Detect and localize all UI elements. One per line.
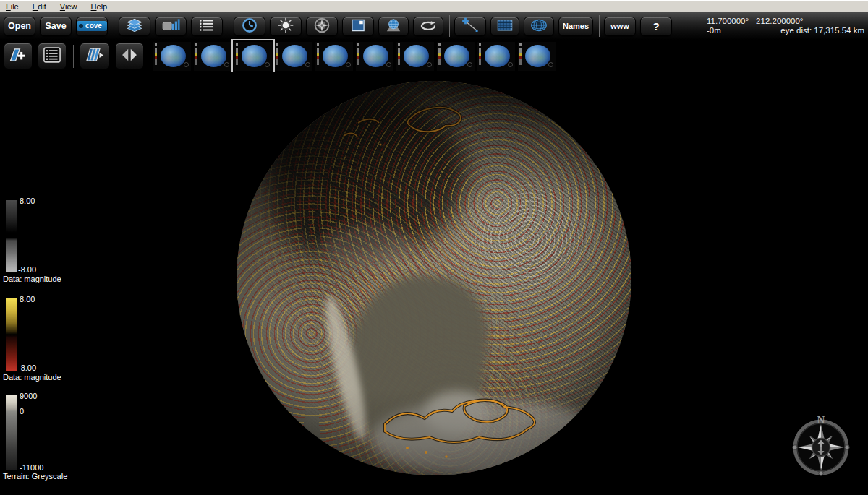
toolbar-separator <box>599 15 600 37</box>
toolbar-separator <box>73 45 74 68</box>
thumb-mini-globe <box>161 45 186 67</box>
view-thumbnail-8[interactable] <box>437 42 475 71</box>
view-thumbnail-6[interactable] <box>356 42 393 71</box>
thumb-mini-globe <box>404 45 429 67</box>
save-button[interactable]: Save <box>40 17 72 36</box>
thumb-mini-legend <box>276 48 278 65</box>
rotate-icon <box>419 16 438 37</box>
www-button[interactable]: www <box>604 17 636 36</box>
view-list-icon <box>42 45 62 67</box>
play-views-button[interactable] <box>80 43 110 69</box>
layers-icon <box>125 16 144 37</box>
legend-max-value: 9000 <box>20 392 37 400</box>
sun-button[interactable] <box>270 17 302 36</box>
globe-view[interactable] <box>237 81 631 475</box>
menu-bar: File Edit View Help <box>0 0 868 12</box>
play-views-icon <box>85 45 105 67</box>
thumb-index-mark <box>195 43 197 46</box>
legend-caption: Data: magnitude <box>3 373 61 382</box>
legend-caption: Data: magnitude <box>3 275 61 283</box>
thumb-mini-compass <box>265 62 270 67</box>
thumb-mini-compass <box>224 62 229 67</box>
thumb-index-mark <box>479 43 481 46</box>
add-view-icon <box>8 45 28 67</box>
thumb-index-mark <box>276 43 278 46</box>
toolbar-separator <box>114 15 114 37</box>
thumb-mini-compass <box>427 62 432 67</box>
menu-help[interactable]: Help <box>85 1 114 12</box>
compass-rose-button[interactable] <box>306 17 338 36</box>
thumb-mini-legend <box>479 48 481 65</box>
rotate-view-button[interactable] <box>413 17 443 36</box>
sun-icon <box>276 16 295 37</box>
projection-button[interactable] <box>378 17 409 36</box>
names-button[interactable]: Names <box>558 17 593 36</box>
cove-button[interactable]: cove <box>76 17 108 36</box>
help-button[interactable]: ? <box>640 17 672 36</box>
thumb-mini-legend <box>357 48 359 65</box>
step-back-forward-icon <box>119 45 140 67</box>
menu-file[interactable]: File <box>0 1 25 12</box>
thumb-mini-compass <box>467 62 472 67</box>
status-readout: 11.700000° 212.200000° -0m eye dist: 17,… <box>707 17 864 35</box>
thumb-mini-compass <box>508 62 513 67</box>
thumb-mini-globe <box>363 45 388 67</box>
thumb-index-mark <box>155 43 157 46</box>
thumb-index-mark <box>398 43 400 46</box>
view-thumbnail-10[interactable] <box>518 42 556 71</box>
compass-rose[interactable]: N <box>788 411 854 478</box>
longitude-value: 212.200000° <box>756 17 803 26</box>
thumb-mini-globe <box>485 45 510 67</box>
thumb-mini-legend <box>438 48 441 65</box>
legend-caption: Terrain: Greyscale <box>3 472 67 481</box>
main-toolbar: Open Save cove <box>0 12 868 40</box>
thumb-index-mark <box>317 43 319 46</box>
thumb-mini-globe <box>242 45 267 67</box>
grid-button[interactable] <box>490 17 519 36</box>
cove-dot-icon <box>79 24 83 28</box>
altitude-value: -0m <box>707 26 721 35</box>
cove-pill: cove <box>77 21 107 31</box>
thumb-index-mark <box>438 43 441 46</box>
view-thumbnail-5[interactable] <box>315 42 353 71</box>
thumb-index-mark <box>236 43 238 46</box>
legend-min-value: -8.00 <box>18 363 36 372</box>
menu-view[interactable]: View <box>54 1 83 12</box>
layers-button[interactable] <box>119 17 150 36</box>
view-thumbnails <box>153 42 558 71</box>
thumb-mini-compass <box>386 62 391 67</box>
legend-wave-color: 8.00 -8.00 Data: magnitude <box>6 298 17 371</box>
time-button[interactable] <box>234 17 265 36</box>
clock-icon <box>240 16 259 37</box>
pip-window-button[interactable] <box>342 17 374 36</box>
step-views-button[interactable] <box>115 43 144 69</box>
view-thumbnail-1[interactable] <box>153 42 191 71</box>
globe-projection-icon <box>384 16 403 37</box>
views-movie-icon <box>161 16 180 37</box>
thumb-mini-legend <box>195 48 197 65</box>
view-thumbnail-3-selected[interactable] <box>234 42 272 71</box>
thumb-mini-compass <box>346 62 351 67</box>
legend-colorbar <box>6 395 17 470</box>
toolbar-separator <box>449 15 450 37</box>
graticule-button[interactable] <box>524 17 554 36</box>
menu-edit[interactable]: Edit <box>27 1 52 12</box>
view-thumbnail-2[interactable] <box>194 42 231 71</box>
measure-button[interactable] <box>454 17 486 36</box>
open-button[interactable]: Open <box>4 17 35 36</box>
layer-list-button[interactable] <box>191 17 223 36</box>
grid-icon <box>495 16 514 37</box>
view-thumbnail-9[interactable] <box>477 42 515 71</box>
legend-terrain: 9000 0 -11000 Terrain: Greyscale <box>6 395 17 470</box>
thumb-mini-legend <box>519 48 522 65</box>
view-thumbnail-7[interactable] <box>396 42 434 71</box>
toolbar-separator <box>229 15 229 37</box>
view-list-button[interactable] <box>38 43 67 69</box>
legend-wave-greyscale: 8.00 -8.00 Data: magnitude <box>6 200 17 272</box>
thumb-mini-legend <box>236 48 238 65</box>
views-movie-button[interactable] <box>155 17 187 36</box>
thumb-mini-legend <box>155 48 157 65</box>
add-view-button[interactable] <box>4 43 33 69</box>
view-thumbnail-4[interactable] <box>275 42 312 71</box>
thumb-index-mark <box>357 43 359 46</box>
